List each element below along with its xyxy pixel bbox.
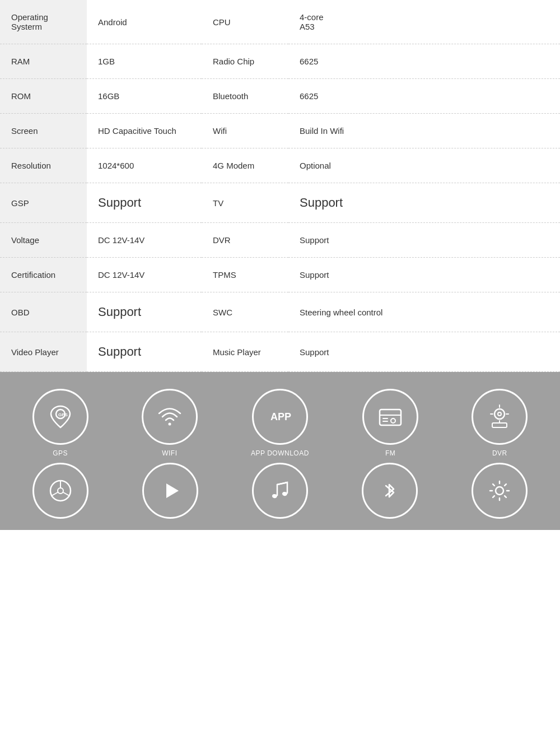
spec-label1-3: Screen xyxy=(0,114,87,148)
icon-item-steering xyxy=(32,463,88,519)
spec-label2-8: SWC xyxy=(202,292,288,332)
wifi-label: WIFI xyxy=(162,449,177,457)
svg-text:APP: APP xyxy=(270,411,291,422)
icon-item-bluetooth xyxy=(362,463,418,519)
gps-label: GPS xyxy=(53,449,68,457)
spec-label2-9: Music Player xyxy=(202,332,288,372)
icon-circle-music xyxy=(252,463,308,519)
svg-line-19 xyxy=(277,482,287,485)
spec-value2-9: Support xyxy=(288,332,560,372)
icon-circle-settings xyxy=(472,463,528,519)
spec-value2-0: 4-core A53 xyxy=(288,0,560,44)
spec-label2-5: TV xyxy=(202,183,288,223)
spec-label2-4: 4G Modem xyxy=(202,148,288,183)
icon-item-fm: FM xyxy=(362,389,418,457)
icon-circle-dvr xyxy=(472,389,528,445)
spec-label2-1: Radio Chip xyxy=(202,44,288,79)
svg-point-6 xyxy=(391,418,395,423)
app-icon: APP xyxy=(265,402,295,432)
svg-line-17 xyxy=(63,492,69,496)
spec-value1-5: Support xyxy=(87,183,202,223)
icon-item-dvr: DVR xyxy=(472,389,528,457)
spec-label1-2: ROM xyxy=(0,79,87,114)
settings-icon xyxy=(484,476,515,506)
steering-icon xyxy=(45,476,76,506)
spec-value2-4: Optional xyxy=(288,148,560,183)
spec-label2-2: Bluetooth xyxy=(202,79,288,114)
fm-icon xyxy=(375,402,405,432)
svg-point-11 xyxy=(498,412,501,416)
spec-label1-9: Video Player xyxy=(0,332,87,372)
spec-label2-6: DVR xyxy=(202,223,288,258)
icon-circle-play xyxy=(142,463,198,519)
icon-item-wifi: WIFI xyxy=(142,389,198,457)
spec-label1-0: Operating Systerm xyxy=(0,0,87,44)
footer-row1: GPS GPS WIFI APP xyxy=(6,389,554,457)
fm-label: FM xyxy=(385,449,395,457)
icon-item-settings xyxy=(472,463,528,519)
spec-label2-3: Wifi xyxy=(202,114,288,148)
spec-value1-4: 1024*600 xyxy=(87,148,202,183)
spec-label1-6: Voltage xyxy=(0,223,87,258)
spec-value1-6: DC 12V-14V xyxy=(87,223,202,258)
svg-point-10 xyxy=(494,409,505,419)
play-icon xyxy=(155,476,185,506)
spec-label1-4: Resolution xyxy=(0,148,87,183)
footer: GPS GPS WIFI APP xyxy=(0,372,560,530)
bluetooth-icon xyxy=(375,476,405,506)
svg-point-2 xyxy=(168,423,171,426)
spec-value1-7: DC 12V-14V xyxy=(87,258,202,292)
spec-value2-8: Steering wheel control xyxy=(288,292,560,332)
icon-circle-bluetooth xyxy=(362,463,418,519)
icon-item-music xyxy=(252,463,308,519)
icon-circle-fm xyxy=(362,389,418,445)
svg-marker-18 xyxy=(166,483,179,498)
spec-value2-3: Build In Wifi xyxy=(288,114,560,148)
icon-item-gps: GPS GPS xyxy=(32,389,88,457)
spec-value1-9: Support xyxy=(87,332,202,372)
spec-value1-0: Android xyxy=(87,0,202,44)
spec-value1-8: Support xyxy=(87,292,202,332)
icon-circle-wifi xyxy=(142,389,198,445)
app-label: APP DOWNLOAD xyxy=(251,449,309,457)
spec-label1-8: OBD xyxy=(0,292,87,332)
svg-line-16 xyxy=(52,492,58,496)
spec-label2-0: CPU xyxy=(202,0,288,44)
spec-value2-7: Support xyxy=(288,258,560,292)
spec-value2-6: Support xyxy=(288,223,560,258)
dvr-label: DVR xyxy=(492,449,507,457)
spec-label1-5: GSP xyxy=(0,183,87,223)
spec-label1-7: Certification xyxy=(0,258,87,292)
icon-circle-gps: GPS xyxy=(32,389,88,445)
icon-circle-steering xyxy=(32,463,88,519)
specs-table: Operating SystermAndroidCPU4-core A53RAM… xyxy=(0,0,560,372)
wifi-icon xyxy=(155,402,185,432)
spec-value1-2: 16GB xyxy=(87,79,202,114)
spec-value2-5: Support xyxy=(288,183,560,223)
spec-label2-7: TPMS xyxy=(202,258,288,292)
icon-item-app: APP APP DOWNLOAD xyxy=(251,389,309,457)
icon-item-play xyxy=(142,463,198,519)
svg-rect-4 xyxy=(380,410,401,425)
spec-value2-1: 6625 xyxy=(288,44,560,79)
svg-point-20 xyxy=(496,487,503,495)
spec-value2-2: 6625 xyxy=(288,79,560,114)
footer-row2 xyxy=(6,463,554,519)
svg-point-14 xyxy=(58,488,63,494)
spec-value1-3: HD Capacitive Touch xyxy=(87,114,202,148)
spec-value1-1: 1GB xyxy=(87,44,202,79)
spec-label1-1: RAM xyxy=(0,44,87,79)
svg-text:GPS: GPS xyxy=(58,412,68,417)
icon-circle-app: APP xyxy=(252,389,308,445)
dvr-icon xyxy=(484,402,515,432)
gps-icon: GPS xyxy=(45,402,76,432)
music-icon xyxy=(265,476,295,506)
svg-rect-12 xyxy=(492,423,507,427)
